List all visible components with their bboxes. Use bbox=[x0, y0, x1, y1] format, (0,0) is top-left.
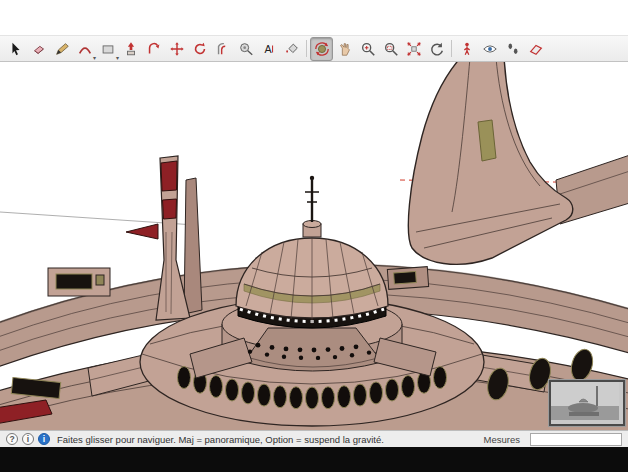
status-bar: ? i i Faites glisser pour naviguer. Maj … bbox=[0, 430, 628, 447]
arc-icon bbox=[77, 41, 93, 57]
model-preview-thumbnail[interactable] bbox=[549, 380, 625, 426]
text-icon: A bbox=[261, 41, 277, 57]
svg-text:A: A bbox=[264, 43, 272, 55]
rectangle-tool-button[interactable]: ▾ bbox=[96, 37, 119, 61]
zoom-window-icon bbox=[383, 41, 399, 57]
move-icon bbox=[169, 41, 185, 57]
title-bar bbox=[0, 0, 628, 36]
status-hint-text: Faites glisser pour naviguer. Maj = pano… bbox=[57, 434, 384, 445]
line-tool-button[interactable] bbox=[50, 37, 73, 61]
position-camera-icon bbox=[459, 41, 475, 57]
zoom-icon bbox=[360, 41, 376, 57]
select-arrow-icon bbox=[8, 41, 24, 57]
zoom-previous-tool-button[interactable] bbox=[425, 37, 448, 61]
eraser-tool-button[interactable] bbox=[27, 37, 50, 61]
look-around-eye-icon bbox=[482, 41, 498, 57]
help-icon[interactable]: ? bbox=[6, 433, 18, 445]
orbit-tool-button[interactable] bbox=[310, 37, 333, 61]
position-camera-tool-button[interactable] bbox=[455, 37, 478, 61]
previous-view-icon bbox=[429, 41, 445, 57]
paint-bucket-tool-button[interactable] bbox=[280, 37, 303, 61]
rectangle-icon bbox=[100, 41, 116, 57]
toolbar: ▾ ▾ A bbox=[0, 36, 628, 62]
instructor-icon[interactable]: i bbox=[22, 433, 34, 445]
zoom-extents-tool-button[interactable] bbox=[402, 37, 425, 61]
hub-front-structure bbox=[244, 328, 382, 371]
tape-measure-tool-button[interactable] bbox=[234, 37, 257, 61]
thumbnail-image bbox=[551, 382, 619, 420]
push-pull-icon bbox=[123, 41, 139, 57]
ring-console-right bbox=[387, 267, 428, 290]
walk-footprints-icon bbox=[505, 41, 521, 57]
pan-hand-icon bbox=[337, 41, 353, 57]
section-plane-icon bbox=[528, 41, 544, 57]
section-plane-tool-button[interactable] bbox=[524, 37, 547, 61]
ring-console-left bbox=[48, 268, 110, 296]
text-tool-button[interactable]: A bbox=[257, 37, 280, 61]
push-pull-tool-button[interactable] bbox=[119, 37, 142, 61]
offset-icon bbox=[215, 41, 231, 57]
paint-bucket-icon bbox=[284, 41, 300, 57]
model-viewport[interactable] bbox=[0, 62, 628, 430]
look-around-tool-button[interactable] bbox=[478, 37, 501, 61]
pan-tool-button[interactable] bbox=[333, 37, 356, 61]
measurements-input[interactable] bbox=[530, 433, 622, 446]
follow-me-tool-button[interactable] bbox=[142, 37, 165, 61]
move-tool-button[interactable] bbox=[165, 37, 188, 61]
walk-tool-button[interactable] bbox=[501, 37, 524, 61]
arc-tool-button[interactable]: ▾ bbox=[73, 37, 96, 61]
orbit-icon bbox=[314, 41, 330, 57]
offset-tool-button[interactable] bbox=[211, 37, 234, 61]
space-station-scene bbox=[0, 62, 628, 430]
rotate-tool-button[interactable] bbox=[188, 37, 211, 61]
geolocation-icon[interactable]: i bbox=[38, 433, 50, 445]
eraser-icon bbox=[31, 41, 47, 57]
sketchup-window: ▾ ▾ A bbox=[0, 0, 628, 472]
bottom-black-strip bbox=[0, 447, 628, 472]
zoom-window-tool-button[interactable] bbox=[379, 37, 402, 61]
measurements-label: Mesures bbox=[484, 434, 520, 445]
rotate-icon bbox=[192, 41, 208, 57]
toolbar-separator bbox=[306, 40, 307, 57]
select-tool-button[interactable] bbox=[4, 37, 27, 61]
zoom-tool-button[interactable] bbox=[356, 37, 379, 61]
pencil-icon bbox=[54, 41, 70, 57]
zoom-extents-icon bbox=[406, 41, 422, 57]
toolbar-separator bbox=[451, 40, 452, 57]
follow-me-icon bbox=[146, 41, 162, 57]
tape-measure-icon bbox=[238, 41, 254, 57]
